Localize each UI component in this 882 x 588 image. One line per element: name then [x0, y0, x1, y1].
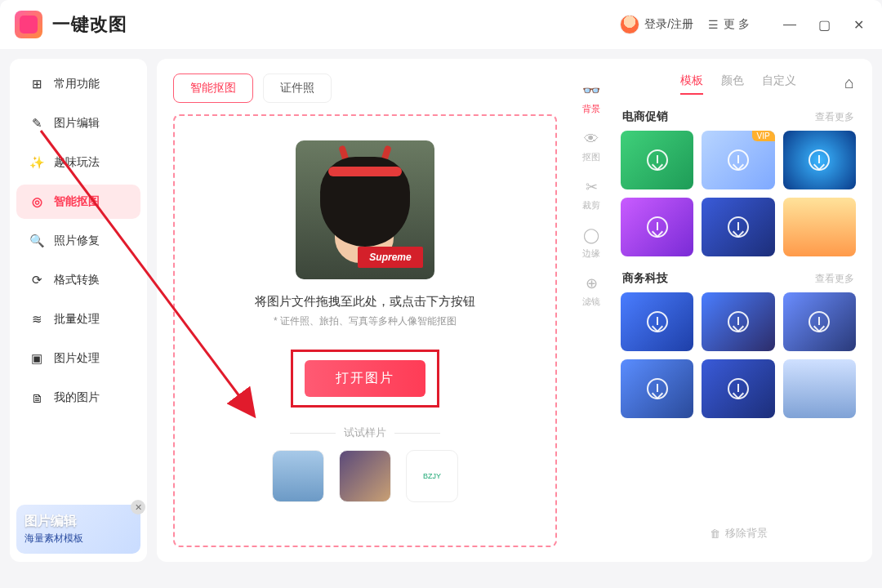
sidebar-item-fun[interactable]: ✨趣味玩法: [16, 145, 140, 180]
download-icon: [728, 311, 749, 332]
remove-bg-button[interactable]: 🗑 移除背景: [621, 519, 856, 547]
vtab-label: 滤镜: [582, 296, 600, 308]
template-card[interactable]: [783, 198, 856, 256]
sparkle-icon: ✨: [29, 155, 44, 170]
download-icon: [728, 149, 749, 171]
sidebar-item-process[interactable]: ▣图片处理: [16, 341, 140, 376]
edit-icon: ✎: [29, 116, 44, 131]
circle-icon: ◯: [582, 226, 600, 244]
glasses-icon: 👓: [582, 82, 600, 100]
login-button[interactable]: 登录/注册: [620, 15, 693, 34]
template-card[interactable]: [621, 131, 693, 189]
sidebar-label: 图片编辑: [54, 116, 100, 131]
sidebar-label: 格式转换: [54, 273, 100, 287]
section-ecommerce-title: 电商促销: [622, 109, 668, 124]
template-card[interactable]: [783, 359, 856, 418]
sidebar-label: 照片修复: [54, 234, 100, 248]
magnify-icon: 🔍: [29, 234, 44, 248]
sidebar-item-common[interactable]: ⊞常用功能: [16, 67, 140, 101]
home-icon[interactable]: ⌂: [844, 74, 854, 92]
see-more-1[interactable]: 查看更多: [815, 110, 854, 124]
ptab-custom[interactable]: 自定义: [762, 74, 796, 95]
promo-close-icon[interactable]: ✕: [131, 500, 145, 514]
dropzone[interactable]: Supreme 将图片文件拖拽至此处，或点击下方按钮 * 证件照、旅拍、写真等多…: [173, 114, 557, 547]
sample-image: Supreme: [296, 140, 434, 279]
sidebar-item-myfiles[interactable]: 🗎我的图片: [16, 381, 140, 415]
app-logo: [15, 11, 42, 38]
ptab-color[interactable]: 颜色: [721, 74, 744, 95]
vtab-filter[interactable]: ⊕滤镜: [582, 274, 600, 308]
app-title: 一键改图: [52, 12, 127, 37]
dropzone-sub: * 证件照、旅拍、写真等多种人像智能抠图: [274, 314, 457, 328]
template-card[interactable]: VIP: [702, 131, 774, 189]
download-icon: [808, 149, 830, 171]
open-highlight: 打开图片: [291, 350, 439, 408]
minimize-button[interactable]: —: [781, 16, 799, 33]
sidebar-item-convert[interactable]: ⟳格式转换: [16, 263, 140, 297]
vtab-crop[interactable]: ✂裁剪: [582, 178, 600, 212]
template-card[interactable]: [621, 292, 693, 351]
sidebar-label: 批量处理: [54, 312, 100, 327]
vtab-edge[interactable]: ◯边缘: [582, 226, 600, 260]
download-icon: [647, 378, 668, 399]
promo-sub: 海量素材模板: [24, 532, 132, 546]
sample-thumb-2[interactable]: [339, 450, 391, 502]
vtab-label: 抠图: [582, 151, 600, 163]
vtab-cutout[interactable]: 👁抠图: [582, 130, 600, 163]
section-tech-title: 商务科技: [622, 271, 668, 286]
download-icon: [808, 311, 830, 332]
download-icon: [728, 216, 749, 238]
promo-title: 图片编辑: [24, 513, 132, 530]
tab-id-photo[interactable]: 证件照: [263, 74, 332, 103]
download-icon: [647, 149, 668, 171]
download-icon: [647, 216, 668, 238]
download-icon: [647, 311, 668, 332]
sidebar-item-edit[interactable]: ✎图片编辑: [16, 106, 140, 140]
promo-card[interactable]: ✕ 图片编辑 海量素材模板: [16, 505, 140, 554]
vtab-label: 背景: [582, 103, 600, 115]
try-label: 试试样片: [344, 425, 386, 440]
sidebar-label: 趣味玩法: [54, 155, 100, 170]
template-card[interactable]: [702, 198, 774, 256]
image-icon: ▣: [29, 351, 44, 366]
convert-icon: ⟳: [29, 273, 44, 287]
file-icon: 🗎: [29, 390, 44, 405]
see-more-2[interactable]: 查看更多: [815, 272, 854, 286]
template-card[interactable]: [702, 292, 774, 351]
vtab-label: 裁剪: [582, 199, 600, 212]
vtab-background[interactable]: 👓背景: [582, 82, 600, 115]
template-card[interactable]: [621, 198, 693, 256]
open-image-button[interactable]: 打开图片: [305, 360, 425, 397]
sidebar-label: 常用功能: [54, 77, 100, 91]
eye-icon: 👁: [582, 130, 600, 148]
trash-icon: 🗑: [710, 528, 720, 540]
ptab-template[interactable]: 模板: [680, 74, 703, 95]
sidebar-item-batch[interactable]: ≋批量处理: [16, 302, 140, 336]
template-card[interactable]: [783, 292, 856, 351]
template-card[interactable]: [783, 131, 856, 189]
sidebar-label: 我的图片: [54, 390, 100, 405]
sample-thumb-3[interactable]: BZJY: [406, 450, 458, 502]
template-card[interactable]: [702, 359, 774, 418]
vip-badge: VIP: [752, 131, 775, 141]
sidebar-item-cutout[interactable]: ◎智能抠图: [16, 185, 140, 219]
download-icon: [728, 378, 749, 399]
layers-icon: ≋: [29, 312, 44, 327]
more-menu[interactable]: ☰ 更 多: [708, 17, 750, 32]
tab-smart-cutout[interactable]: 智能抠图: [173, 74, 253, 103]
template-card[interactable]: [621, 359, 693, 418]
filter-icon: ⊕: [582, 274, 600, 292]
maximize-button[interactable]: ▢: [815, 16, 833, 33]
target-icon: ◎: [29, 194, 44, 209]
login-label: 登录/注册: [644, 17, 693, 32]
hamburger-icon: ☰: [708, 18, 719, 31]
sidebar: ⊞常用功能 ✎图片编辑 ✨趣味玩法 ◎智能抠图 🔍照片修复 ⟳格式转换 ≋批量处…: [10, 59, 147, 562]
sidebar-item-restore[interactable]: 🔍照片修复: [16, 224, 140, 258]
close-button[interactable]: ✕: [849, 16, 867, 33]
dropzone-text: 将图片文件拖拽至此处，或点击下方按钮: [255, 294, 475, 310]
grid-icon: ⊞: [29, 77, 44, 91]
vtab-label: 边缘: [582, 247, 600, 260]
sample-thumb-1[interactable]: [272, 450, 324, 502]
more-label: 更 多: [724, 17, 750, 32]
avatar-icon: [620, 15, 639, 34]
